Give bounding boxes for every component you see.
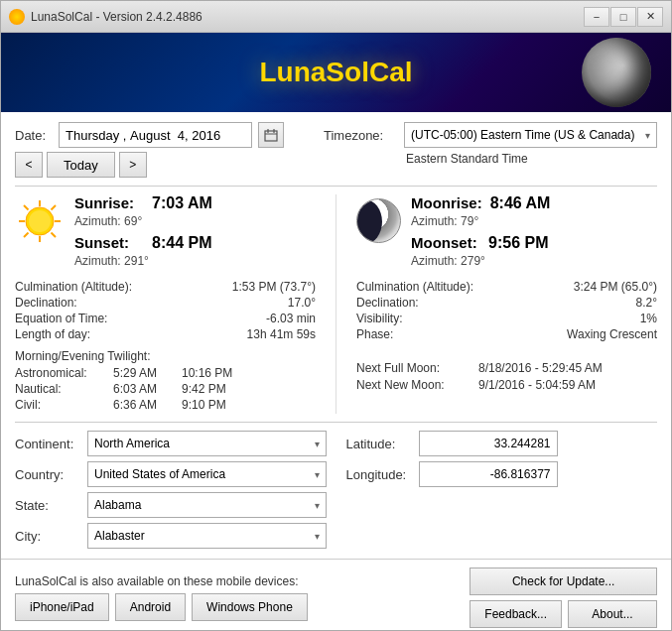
moon-visibility-label: Visibility: <box>356 312 516 325</box>
country-label: Country: <box>15 467 79 482</box>
civil-label: Civil: <box>15 398 109 412</box>
svg-line-10 <box>52 233 57 238</box>
mobile-section: LunaSolCal is also available on these mo… <box>15 574 308 621</box>
moonset-label: Moonset: <box>411 234 480 251</box>
date-nav-buttons: < Today > <box>15 152 284 178</box>
nautical-label: Nautical: <box>15 382 109 396</box>
chevron-down-icon: ▾ <box>315 531 320 542</box>
date-sep: , <box>123 128 127 143</box>
date-month: August <box>130 128 170 143</box>
date-day: Thursday <box>66 128 119 143</box>
right-action-buttons: Check for Update... Feedback... About... <box>470 568 657 628</box>
sun-header: Sunrise: 7:03 AM Azimuth: 69° Sunset: 8:… <box>15 194 316 274</box>
civil-evening: 9:10 PM <box>182 398 246 412</box>
sunrise-azimuth-row: Azimuth: 69° <box>74 214 316 228</box>
location-section: Continent: North America ▾ Country: Unit… <box>15 422 657 549</box>
date-input-row: Date: Thursday , August 4, 2016 <box>15 122 284 148</box>
next-full-label: Next Full Moon: <box>356 361 470 375</box>
location-right: Latitude: Longitude: <box>346 431 658 549</box>
astronomical-twilight-row: Astronomical: 5:29 AM 10:16 PM <box>15 366 316 380</box>
astronomical-morning: 5:29 AM <box>113 366 178 380</box>
minimize-button[interactable]: − <box>584 7 609 27</box>
about-button[interactable]: About... <box>568 600 657 628</box>
svg-line-9 <box>24 205 29 210</box>
sun-equation-label: Equation of Time: <box>15 312 178 325</box>
next-full-value: 8/18/2016 - 5:29:45 AM <box>478 361 603 375</box>
latitude-input[interactable] <box>419 431 558 456</box>
moon-culmination-label: Culmination (Altitude): <box>356 280 516 294</box>
sun-equation-value: -6.03 min <box>186 312 316 325</box>
moon-image <box>582 38 651 107</box>
sunset-label: Sunset: <box>74 234 144 251</box>
title-bar: LunaSolCal - Version 2.4.2.4886 − □ ✕ <box>1 1 671 33</box>
moonrise-azimuth: 79° <box>461 214 478 228</box>
timezone-select[interactable]: (UTC-05:00) Eastern Time (US & Canada) ▾ <box>404 122 657 148</box>
sun-moon-section: Sunrise: 7:03 AM Azimuth: 69° Sunset: 8:… <box>15 186 657 414</box>
city-select[interactable]: Alabaster ▾ <box>87 523 327 549</box>
next-new-label: Next New Moon: <box>356 378 470 392</box>
civil-twilight-row: Civil: 6:36 AM 9:10 PM <box>15 398 316 412</box>
moon-phase-value: Waxing Crescent <box>524 327 657 341</box>
state-label: State: <box>15 498 79 513</box>
close-button[interactable]: ✕ <box>637 7 663 27</box>
astronomical-evening: 10:16 PM <box>182 366 246 380</box>
city-value: Alabaster <box>94 529 145 543</box>
continent-select[interactable]: North America ▾ <box>87 431 327 456</box>
longitude-input[interactable] <box>419 461 558 487</box>
bottom-bar: LunaSolCal is also available on these mo… <box>1 559 671 631</box>
twilight-section: Morning/Evening Twilight: Astronomical: … <box>15 349 316 412</box>
calendar-icon[interactable] <box>258 122 284 148</box>
city-row: City: Alabaster ▾ <box>15 523 327 549</box>
windows-phone-button[interactable]: Windows Phone <box>192 593 308 621</box>
sunset-time: 8:44 PM <box>152 234 211 252</box>
country-row: Country: United States of America ▾ <box>15 461 327 487</box>
date-year: 2016 <box>192 128 220 143</box>
longitude-row: Longitude: <box>346 461 658 487</box>
moon-details: Culmination (Altitude): 3:24 PM (65.0°) … <box>356 280 657 341</box>
main-content: Date: Thursday , August 4, 2016 <box>1 112 671 559</box>
android-button[interactable]: Android <box>115 593 186 621</box>
country-value: United States of America <box>94 467 225 481</box>
feedback-button[interactable]: Feedback... <box>470 600 562 628</box>
nautical-twilight-row: Nautical: 6:03 AM 9:42 PM <box>15 382 316 396</box>
moon-declination-label: Declination: <box>356 296 516 310</box>
next-full-moon-row: Next Full Moon: 8/18/2016 - 5:29:45 AM <box>356 361 657 375</box>
moon-column: Moonrise: 8:46 AM Azimuth: 79° Moonset: … <box>336 194 657 414</box>
sunset-row: Sunset: 8:44 PM <box>74 234 316 252</box>
moonrise-label: Moonrise: <box>411 194 482 211</box>
timezone-label: Timezone: <box>324 128 398 143</box>
date-display[interactable]: Thursday , August 4, 2016 <box>59 122 252 148</box>
moonset-azimuth-row: Azimuth: 279° <box>411 254 657 268</box>
sunrise-time: 7:03 AM <box>152 194 212 212</box>
nautical-morning: 6:03 AM <box>113 382 178 396</box>
sun-icon <box>15 196 65 246</box>
next-date-button[interactable]: > <box>119 152 147 178</box>
city-label: City: <box>15 529 79 544</box>
moonrise-azimuth-row: Azimuth: 79° <box>411 214 657 228</box>
svg-rect-0 <box>265 131 277 141</box>
iphone-button[interactable]: iPhone/iPad <box>15 593 109 621</box>
moonrise-azimuth-label: Azimuth: <box>411 214 458 228</box>
twilight-header: Morning/Evening Twilight: <box>15 349 316 363</box>
sunrise-azimuth-label: Azimuth: <box>74 214 121 228</box>
sun-declination-value: 17.0° <box>186 296 316 310</box>
state-value: Alabama <box>94 498 141 512</box>
sun-culmination-label: Culmination (Altitude): <box>15 280 178 294</box>
restore-button[interactable]: □ <box>610 7 636 27</box>
sun-column: Sunrise: 7:03 AM Azimuth: 69° Sunset: 8:… <box>15 194 336 414</box>
sun-rise-set-data: Sunrise: 7:03 AM Azimuth: 69° Sunset: 8:… <box>74 194 316 274</box>
check-update-button[interactable]: Check for Update... <box>470 568 657 595</box>
country-select[interactable]: United States of America ▾ <box>87 461 327 487</box>
prev-date-button[interactable]: < <box>15 152 43 178</box>
app-window: LunaSolCal - Version 2.4.2.4886 − □ ✕ Lu… <box>0 0 672 631</box>
state-select[interactable]: Alabama ▾ <box>87 492 327 518</box>
sunrise-azimuth: 69° <box>124 214 142 228</box>
app-title: LunaSolCal <box>259 57 412 88</box>
sunrise-row: Sunrise: 7:03 AM <box>74 194 316 212</box>
today-button[interactable]: Today <box>47 152 115 178</box>
moonrise-row: Moonrise: 8:46 AM <box>411 194 657 212</box>
mobile-buttons: iPhone/iPad Android Windows Phone <box>15 593 308 621</box>
nautical-evening: 9:42 PM <box>182 382 246 396</box>
sunrise-label: Sunrise: <box>74 194 144 211</box>
timezone-value: (UTC-05:00) Eastern Time (US & Canada) <box>411 128 634 142</box>
